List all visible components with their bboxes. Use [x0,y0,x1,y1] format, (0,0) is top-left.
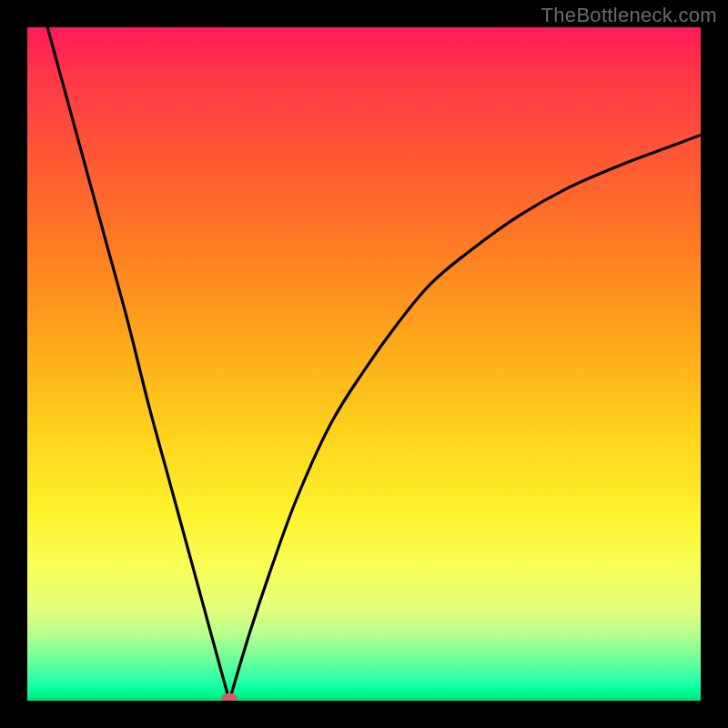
watermark-text: TheBottleneck.com [541,4,717,27]
bottleneck-curve-left [47,27,229,701]
bottleneck-curve-right [229,135,701,701]
plot-area [27,27,701,701]
minimum-marker [222,693,238,702]
curve-layer [27,27,701,701]
chart-frame: TheBottleneck.com [0,0,728,728]
